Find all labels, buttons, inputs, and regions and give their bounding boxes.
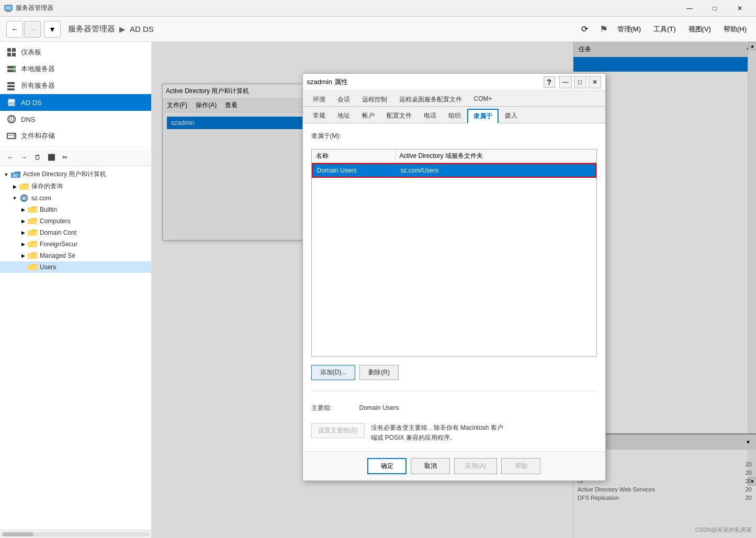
svg-point-10 xyxy=(14,70,15,72)
tree-expand-foreign[interactable]: ▶ xyxy=(19,240,27,248)
cancel-button[interactable]: 取消 xyxy=(411,458,450,474)
tab-org[interactable]: 组织 xyxy=(443,109,467,123)
help-button[interactable]: 帮助 xyxy=(501,458,540,474)
sidebar-item-all-servers[interactable]: 所有服务器 xyxy=(0,77,151,94)
svg-text:AD: AD xyxy=(9,101,15,106)
tree-expand-domain[interactable]: ▼ xyxy=(10,194,19,202)
sidebar-item-adds[interactable]: AD AD DS xyxy=(0,94,151,111)
dialog-minimize-btn[interactable]: — xyxy=(559,76,572,88)
tree-view-btn[interactable]: ⬛ xyxy=(45,151,58,164)
sidebar-item-local-server[interactable]: 本地服务器 xyxy=(0,61,151,77)
tab-memberof[interactable]: 隶属于 xyxy=(467,109,499,123)
tree-label-builtin: Builtin xyxy=(40,206,57,213)
tab-phone[interactable]: 电话 xyxy=(418,109,442,123)
sidebar-label-dns: DNS xyxy=(21,116,35,123)
tree-node-domain[interactable]: ▼ sz.com xyxy=(0,192,151,204)
member-table-body: Domain Users sz.com/Users xyxy=(312,163,596,268)
tab-address[interactable]: 地址 xyxy=(332,109,356,123)
tab-account[interactable]: 帐户 xyxy=(356,109,380,123)
tools-menu[interactable]: 工具(T) xyxy=(650,22,679,36)
tree-node-saved[interactable]: ▶ 保存的查询 xyxy=(0,180,151,192)
dropdown-button[interactable]: ▼ xyxy=(44,21,61,38)
tree-expand-computers[interactable]: ▶ xyxy=(19,217,27,225)
tree-label-ad: Active Directory 用户和计算机 xyxy=(23,170,106,179)
svg-rect-40 xyxy=(28,254,37,259)
tab-environment[interactable]: 环境 xyxy=(307,93,331,106)
dialog-titlebar-buttons: ? — □ ✕ xyxy=(544,76,601,88)
sidebar: 仪表板 本地服务器 所有服务器 AD xyxy=(0,42,152,538)
view-menu[interactable]: 视图(V) xyxy=(685,22,714,36)
back-button[interactable]: ← xyxy=(6,21,23,38)
server-icon xyxy=(6,64,17,74)
properties-dialog: szadmin 属性 ? — □ ✕ 环境 会话 xyxy=(302,73,606,481)
svg-text:AD: AD xyxy=(13,174,18,177)
tab-dialin[interactable]: 拨入 xyxy=(499,109,523,123)
breadcrumb-part1: 服务器管理器 xyxy=(68,24,115,34)
tree-node-computers[interactable]: ▶ Computers xyxy=(0,215,151,227)
maximize-button[interactable]: □ xyxy=(703,0,727,17)
svg-rect-6 xyxy=(12,53,16,56)
help-menu[interactable]: 帮助(H) xyxy=(720,22,750,36)
sidebar-item-files[interactable]: 文件和存储 xyxy=(0,128,151,144)
tree-node-managed[interactable]: ▶ Managed Se xyxy=(0,250,151,261)
separator-1 xyxy=(311,391,597,391)
member-table-header: 名称 Active Directory 域服务文件夹 xyxy=(312,150,596,163)
foreign-folder-icon xyxy=(27,240,38,248)
set-primary-group-button[interactable]: 设置主要组(S) xyxy=(311,423,365,438)
tree-node-builtin[interactable]: ▶ Builtin xyxy=(0,204,151,215)
tree-label-managed: Managed Se xyxy=(40,252,75,259)
sidebar-item-dns[interactable]: DNS xyxy=(0,111,151,128)
primary-group-row: 主要组: Domain Users xyxy=(311,404,597,413)
tree-label-foreign: ForeignSecur xyxy=(40,241,77,248)
tree-expand-managed[interactable]: ▶ xyxy=(19,251,27,260)
svg-rect-12 xyxy=(7,85,15,87)
tree-node-ad-root[interactable]: ▼ AD Active Directory 用户和计算机 xyxy=(0,168,151,180)
apply-button[interactable]: 应用(A) xyxy=(454,458,497,474)
breadcrumb: 服务器管理器 ▶ AD DS xyxy=(68,24,154,34)
tree-node-domainc[interactable]: ▶ Domain Cont xyxy=(0,227,151,238)
tab-com[interactable]: COM+ xyxy=(468,93,498,106)
tree-expand-domainc[interactable]: ▶ xyxy=(19,228,27,237)
tab-profile[interactable]: 配置文件 xyxy=(381,109,418,123)
manage-menu[interactable]: 管理(M) xyxy=(614,22,645,36)
domain-icon xyxy=(19,194,29,202)
tree-node-foreign[interactable]: ▶ ForeignSecur xyxy=(0,238,151,250)
h-scroll-thumb[interactable] xyxy=(2,532,33,536)
tree-forward-btn[interactable]: → xyxy=(18,151,30,164)
member-name-cell: Domain Users xyxy=(313,164,397,177)
svg-point-22 xyxy=(14,136,15,138)
tab-remote-control[interactable]: 远程控制 xyxy=(356,93,393,106)
tree-back-btn[interactable]: ← xyxy=(4,151,17,164)
tree-label-domain: sz.com xyxy=(31,194,51,202)
breadcrumb-separator: ▶ xyxy=(119,25,126,34)
remove-button[interactable]: 删除(R) xyxy=(359,365,399,380)
tab-remote-desktop[interactable]: 远程桌面服务配置文件 xyxy=(393,93,468,106)
svg-rect-36 xyxy=(28,231,37,236)
tree-expand-saved[interactable]: ▶ xyxy=(10,182,19,191)
h-scrollbar[interactable] xyxy=(0,530,151,538)
tree-expand-builtin[interactable]: ▶ xyxy=(19,205,27,214)
dialog-maximize-btn[interactable]: □ xyxy=(574,76,586,88)
tab-session[interactable]: 会话 xyxy=(332,93,356,106)
close-button[interactable]: ✕ xyxy=(728,0,752,17)
tree-node-users[interactable]: Users xyxy=(0,261,151,273)
forward-button[interactable]: → xyxy=(24,21,41,38)
tree-expand-ad[interactable]: ▼ xyxy=(2,170,10,179)
add-button[interactable]: 添加(D)... xyxy=(311,365,356,380)
tree-cut-btn[interactable]: ✂ xyxy=(59,151,71,164)
tree-expand-users[interactable] xyxy=(19,263,27,271)
refresh-button[interactable]: ⟳ xyxy=(577,21,593,38)
dialog-help-icon[interactable]: ? xyxy=(544,76,555,88)
col-folder-header: Active Directory 域服务文件夹 xyxy=(396,150,596,163)
ad-folder-icon: AD xyxy=(10,170,21,179)
member-row-domain-users[interactable]: Domain Users sz.com/Users xyxy=(312,163,596,178)
tree-doc-btn[interactable]: 🗒 xyxy=(31,151,44,164)
svg-rect-42 xyxy=(28,266,37,270)
sidebar-item-dashboard[interactable]: 仪表板 xyxy=(0,44,151,61)
dialog-close-btn[interactable]: ✕ xyxy=(589,76,601,88)
minimize-button[interactable]: — xyxy=(678,0,702,17)
ok-button[interactable]: 确定 xyxy=(367,458,407,474)
app-title: 服务器管理器 xyxy=(16,4,53,13)
tab-general[interactable]: 常规 xyxy=(307,109,331,123)
dialog-tabs-2: 常规 地址 帐户 配置文件 电话 组织 隶属于 拨入 xyxy=(303,107,605,123)
